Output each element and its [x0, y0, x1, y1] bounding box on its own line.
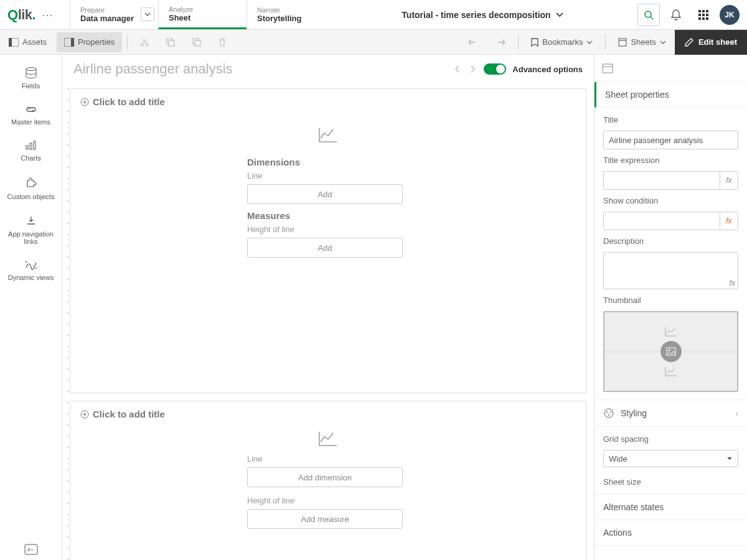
redo-button[interactable] [488, 32, 513, 52]
size-label: Sheet size [603, 477, 738, 487]
svg-point-37 [610, 411, 611, 413]
paste-button[interactable] [185, 32, 209, 52]
copy-button[interactable] [159, 32, 182, 52]
delete-button[interactable] [211, 32, 233, 52]
grid-spacing-select[interactable]: Wide [603, 450, 738, 467]
separator [605, 35, 606, 50]
sidebar-item-custom[interactable]: Custom objects [0, 169, 62, 208]
sheets-button[interactable]: Sheets [611, 32, 673, 52]
variable-icon: x= [24, 544, 38, 555]
grid-label: Grid spacing [603, 434, 738, 444]
sheet-nav [454, 65, 476, 73]
assets-button[interactable]: Assets [1, 32, 54, 52]
search-button[interactable] [637, 4, 660, 26]
sidebar-variables[interactable]: x= [0, 544, 62, 555]
top-bar: Qlik. ⋯ Prepare Data manager Analyze She… [0, 0, 747, 30]
svg-point-36 [606, 411, 608, 413]
tab-narrate[interactable]: Narrate Storytelling [247, 0, 335, 29]
main: Fields Master items Charts Custom object… [0, 55, 747, 560]
sidebar-item-dynamic[interactable]: Dynamic views [0, 253, 62, 289]
svg-point-0 [645, 11, 651, 17]
desc-label: Description [603, 236, 738, 246]
plus-icon [80, 410, 89, 419]
redo-icon [496, 39, 505, 46]
tab-prepare[interactable]: Prepare Data manager [70, 0, 158, 29]
properties-panel: Sheet properties Title Title expression … [594, 55, 747, 560]
logo[interactable]: Qlik. ⋯ [0, 0, 70, 29]
fx-button[interactable]: fx [720, 171, 738, 190]
dimension-field-label: Line [247, 454, 409, 464]
bookmarks-button[interactable]: Bookmarks [524, 32, 600, 52]
canvas-grid[interactable]: Click to add title Dimensions Line Add M… [62, 83, 594, 560]
svg-rect-25 [30, 143, 32, 149]
svg-text:x=: x= [27, 546, 34, 553]
separator [518, 35, 519, 50]
sidebar-item-master[interactable]: Master items [0, 97, 62, 133]
chevron-right-icon[interactable] [470, 65, 476, 73]
tab-analyze[interactable]: Analyze Sheet [158, 0, 247, 29]
add-dimension-button[interactable]: Add dimension [247, 467, 403, 487]
cond-label: Show condition [603, 196, 738, 205]
svg-point-35 [604, 409, 613, 418]
app-title[interactable]: Tutorial - time series decomposition [335, 0, 630, 29]
fx-button[interactable]: fx [720, 212, 738, 230]
svg-point-34 [668, 350, 670, 352]
undo-button[interactable] [461, 32, 486, 52]
bookmark-icon [531, 38, 538, 47]
svg-rect-24 [26, 146, 28, 149]
alternate-states-accordion[interactable]: Alternate states [594, 495, 747, 520]
avatar[interactable]: JK [720, 5, 740, 25]
styling-accordion[interactable]: Styling › [594, 400, 747, 427]
chart-card-2[interactable]: Click to add title Line Add dimension He… [70, 401, 586, 560]
desc-input[interactable]: fx [603, 252, 738, 289]
logo-text: Qlik. [7, 7, 35, 23]
advanced-toggle[interactable] [484, 63, 506, 75]
notifications-button[interactable] [665, 4, 687, 26]
fx-icon[interactable]: fx [730, 279, 735, 287]
title-input[interactable] [603, 131, 738, 149]
cut-button[interactable] [133, 32, 156, 52]
chevron-left-icon[interactable] [454, 65, 460, 73]
chevron-down-icon [556, 12, 563, 17]
puzzle-icon [25, 177, 37, 189]
svg-rect-10 [706, 17, 708, 20]
edit-sheet-button[interactable]: Edit sheet [675, 30, 747, 55]
props-tab[interactable]: Sheet properties [594, 82, 747, 108]
more-icon[interactable]: ⋯ [39, 8, 55, 22]
svg-rect-5 [698, 14, 701, 16]
svg-point-38 [608, 414, 609, 416]
panel-right-icon [64, 38, 74, 47]
title-expr-input[interactable] [603, 171, 720, 190]
nav-icon [25, 215, 37, 226]
actions-accordion[interactable]: Actions [594, 520, 747, 546]
chart-icon [25, 141, 37, 151]
dimensions-heading: Dimensions [247, 157, 409, 167]
props-sheet-icon[interactable] [594, 55, 747, 82]
add-measure-button[interactable]: Add [247, 238, 403, 258]
card-title-placeholder[interactable]: Click to add title [80, 409, 576, 419]
chevron-down-icon[interactable] [141, 7, 154, 21]
grid-button[interactable] [692, 4, 715, 26]
advanced-options: Advanced options [484, 63, 583, 75]
grid-icon [698, 10, 708, 20]
svg-rect-6 [702, 14, 705, 16]
top-right-actions: JK [630, 0, 747, 29]
chart-card-1[interactable]: Click to add title Dimensions Line Add M… [70, 88, 586, 393]
props-general: Title Title expression fx Show condition… [594, 108, 747, 400]
title-expr-label: Title expression [603, 156, 738, 165]
card-title-placeholder[interactable]: Click to add title [80, 96, 576, 107]
thumbnail-preview[interactable] [603, 311, 738, 392]
caret-down-icon [726, 457, 733, 460]
sidebar-item-fields[interactable]: Fields [0, 60, 62, 97]
panel-left-icon [9, 38, 19, 47]
sidebar-item-navlinks[interactable]: App navigation links [0, 208, 62, 253]
cond-input[interactable] [603, 212, 720, 230]
palette-icon [603, 408, 614, 419]
properties-button[interactable]: Properties [57, 32, 122, 52]
image-icon[interactable] [660, 341, 682, 362]
add-dimension-button[interactable]: Add [247, 184, 403, 204]
add-measure-button[interactable]: Add measure [247, 509, 403, 529]
sidebar-item-charts[interactable]: Charts [0, 133, 62, 169]
chart-config-2: Line Add dimension Height of line Add me… [80, 427, 576, 541]
sheet-title[interactable]: Airline passenger analysis [73, 61, 446, 77]
